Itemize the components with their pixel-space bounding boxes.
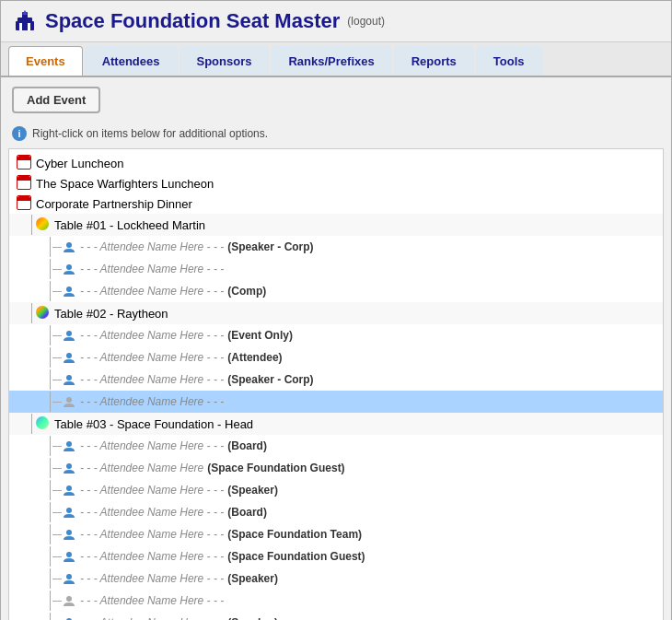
info-bar: i Right-click on items below for additio…: [1, 123, 671, 148]
list-item[interactable]: The Space Warfighters Luncheon: [9, 173, 663, 193]
add-event-button[interactable]: Add Event: [12, 87, 100, 113]
attendee-placeholder: - - - Attendee Name Here - - -: [80, 263, 224, 275]
attendee-type: (Speaker): [227, 616, 278, 620]
app-title: Space Foundation Seat Master: [45, 9, 340, 33]
list-item[interactable]: Table #02 - Raytheon: [9, 302, 663, 324]
calendar-icon: [17, 195, 31, 210]
svg-point-15: [36, 416, 49, 429]
svg-point-6: [36, 217, 49, 230]
calendar-icon: [17, 155, 31, 170]
attendee-icon: [62, 505, 76, 520]
attendee-placeholder: - - - Attendee Name Here - - -: [80, 439, 224, 452]
attendee-type: (Speaker - Corp): [227, 240, 313, 253]
svg-point-19: [66, 508, 72, 513]
attendee-icon: [62, 483, 76, 497]
attendee-placeholder: - - - Attendee Name Here - - -: [80, 373, 224, 386]
toolbar: Add Event: [1, 77, 671, 123]
attendee-placeholder: - - - Attendee Name Here - - -: [80, 616, 224, 620]
list-item[interactable]: - - - Attendee Name Here - - - (Comp): [9, 280, 663, 302]
list-item[interactable]: Corporate Partnership Dinner: [9, 193, 663, 214]
attendee-placeholder: - - - Attendee Name Here - - -: [80, 550, 224, 563]
attendee-icon: [62, 394, 76, 409]
attendee-icon: [62, 439, 76, 453]
list-item[interactable]: Cyber Luncheon: [9, 153, 663, 173]
info-icon: i: [12, 126, 27, 141]
list-item[interactable]: - - - Attendee Name Here - - - (Event On…: [9, 324, 663, 346]
list-item[interactable]: - - - Attendee Name Here (Space Foundati…: [9, 457, 663, 479]
logout-link[interactable]: (logout): [347, 15, 385, 28]
attendee-type: (Comp): [227, 285, 266, 298]
attendee-type: (Board): [227, 506, 267, 519]
svg-point-21: [66, 552, 72, 557]
list-item[interactable]: - - - Attendee Name Here - - - (Speaker): [9, 479, 663, 501]
attendee-placeholder: - - - Attendee Name Here - - -: [80, 240, 224, 253]
svg-point-8: [66, 264, 72, 270]
svg-rect-1: [19, 23, 22, 30]
event-tree: Cyber Luncheon The Space Warfighters Lun…: [9, 149, 663, 620]
event-label: Corporate Partnership Dinner: [36, 197, 192, 211]
attendee-icon: [62, 593, 76, 608]
attendee-placeholder: - - - Attendee Name Here: [80, 462, 203, 474]
list-item[interactable]: - - - Attendee Name Here - - - (Speaker …: [9, 236, 663, 258]
list-item[interactable]: - - - Attendee Name Here - - -: [9, 391, 663, 413]
content-area: Cyber Luncheon The Space Warfighters Lun…: [8, 148, 664, 620]
list-item[interactable]: - - - Attendee Name Here - - - (Speaker): [9, 612, 663, 620]
attendee-type: (Space Foundation Team): [227, 528, 362, 541]
list-item[interactable]: - - - Attendee Name Here - - - (Space Fo…: [9, 545, 663, 567]
attendee-placeholder: - - - Attendee Name Here - - -: [80, 285, 224, 298]
list-item[interactable]: - - - Attendee Name Here - - - (Board): [9, 435, 663, 457]
list-item[interactable]: - - - Attendee Name Here - - - (Space Fo…: [9, 523, 663, 545]
tab-attendees[interactable]: Attendees: [85, 46, 178, 76]
attendee-icon: [62, 240, 76, 254]
list-item[interactable]: - - - Attendee Name Here - - - (Speaker): [9, 567, 663, 590]
svg-point-22: [66, 574, 72, 579]
svg-point-11: [66, 331, 72, 336]
svg-point-12: [66, 353, 72, 358]
attendee-type: (Speaker): [227, 572, 278, 585]
table-label: Table #03 - Space Foundation - Head: [54, 417, 253, 431]
event-label: Cyber Luncheon: [36, 157, 123, 170]
tab-events[interactable]: Events: [8, 46, 83, 76]
attendee-icon: [62, 372, 76, 387]
attendee-type: (Attendee): [227, 351, 282, 364]
table-label: Table #01 - Lockheed Martin: [54, 218, 205, 232]
attendee-placeholder: - - - Attendee Name Here - - -: [80, 506, 224, 519]
table-icon: [35, 415, 50, 430]
attendee-type: (Board): [227, 439, 267, 452]
svg-rect-0: [16, 21, 34, 30]
svg-point-13: [66, 375, 72, 380]
attendee-icon: [62, 284, 76, 298]
svg-point-10: [36, 306, 49, 319]
list-item[interactable]: - - - Attendee Name Here - - -: [9, 258, 663, 280]
attendee-placeholder: - - - Attendee Name Here - - -: [80, 528, 224, 541]
calendar-icon: [17, 175, 31, 190]
list-item[interactable]: - - - Attendee Name Here - - - (Board): [9, 501, 663, 523]
tab-reports[interactable]: Reports: [394, 46, 474, 76]
attendee-icon: [62, 571, 76, 586]
attendee-icon: [62, 615, 76, 620]
attendee-icon: [62, 549, 76, 564]
table-label: Table #02 - Raytheon: [54, 307, 168, 321]
svg-point-7: [66, 242, 72, 248]
table-icon: [35, 305, 50, 320]
attendee-type: (Space Foundation Guest): [227, 550, 365, 563]
svg-point-9: [66, 287, 72, 292]
attendee-type: (Speaker - Corp): [227, 373, 313, 386]
attendee-icon: [62, 461, 76, 475]
attendee-placeholder: - - - Attendee Name Here - - -: [80, 572, 224, 585]
list-item[interactable]: - - - Attendee Name Here - - - (Speaker …: [9, 368, 663, 391]
attendee-placeholder: - - - Attendee Name Here - - -: [80, 395, 224, 408]
list-item[interactable]: - - - Attendee Name Here - - -: [9, 590, 663, 612]
tab-ranks[interactable]: Ranks/Prefixes: [271, 46, 391, 76]
list-item[interactable]: - - - Attendee Name Here - - - (Attendee…: [9, 346, 663, 368]
tab-sponsors[interactable]: Sponsors: [180, 46, 270, 76]
app-logo-icon: [12, 8, 38, 34]
svg-point-20: [66, 530, 72, 535]
svg-point-17: [66, 463, 72, 469]
list-item[interactable]: Table #03 - Space Foundation - Head: [9, 413, 663, 435]
attendee-placeholder: - - - Attendee Name Here - - -: [80, 484, 224, 497]
attendee-type: (Speaker): [227, 484, 278, 497]
tab-tools[interactable]: Tools: [476, 46, 542, 76]
svg-point-23: [66, 596, 72, 602]
list-item[interactable]: Table #01 - Lockheed Martin: [9, 214, 663, 236]
